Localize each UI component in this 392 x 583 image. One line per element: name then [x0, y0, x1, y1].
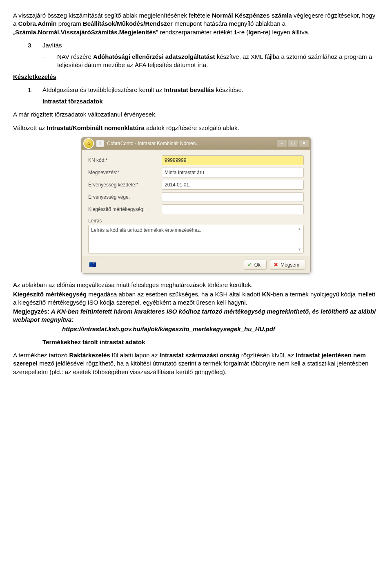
- input-kiegeszito[interactable]: [162, 204, 304, 214]
- label-kn-kod: KN kód:*: [88, 157, 162, 164]
- paragraph-changed: Változott az Intrastat/Kombinált nomenkl…: [13, 124, 379, 132]
- label-erv-kezdete: Érvényesség kezdete:*: [88, 182, 162, 188]
- maximize-button[interactable]: ▢: [288, 140, 298, 147]
- ok-button[interactable]: ✔ Ok: [244, 260, 267, 270]
- check-icon: ✔: [247, 261, 252, 269]
- heading-keszletkezeles: Készletkezelés: [13, 73, 379, 81]
- dialog-screenshot: ⌂ i CobraConto - Intrastat Kombinált Nóm…: [13, 137, 379, 274]
- input-erv-vege[interactable]: [162, 192, 304, 202]
- info-icon[interactable]: i: [96, 140, 104, 147]
- app-logo-icon: ⌂: [83, 138, 94, 149]
- input-kn-kod[interactable]: 99999999: [162, 155, 304, 165]
- cancel-button[interactable]: ✖ Mégsem: [270, 260, 305, 270]
- dialog-body: KN kód:* 99999999 Megnevezés:* Minta Int…: [82, 150, 310, 256]
- dialog-window: ⌂ i CobraConto - Intrastat Kombinált Nóm…: [81, 137, 311, 274]
- paragraph-valid: A már rögzített törzsadatok változatlanu…: [13, 110, 379, 119]
- label-leiras: Leírás: [88, 218, 304, 224]
- bullet-nav: - NAV részére Adóhatósági ellenőrzési ad…: [13, 53, 379, 70]
- paragraph-megjegyzes: Megjegyzés: A KN-ben feltüntetett három …: [13, 307, 379, 324]
- row-ervenyesseg-vege: Érvényesség vége:: [88, 192, 304, 202]
- close-button[interactable]: ✕: [299, 140, 309, 147]
- cross-icon: ✖: [274, 261, 278, 269]
- input-erv-kezdete[interactable]: 2014.01.01.: [162, 180, 304, 190]
- label-kiegeszito: Kiegészítő mértékegység:: [88, 206, 162, 213]
- row-kiegeszito: Kiegészítő mértékegység:: [88, 204, 304, 214]
- dialog-footer: 🇪🇺 ✔ Ok ✖ Mégsem: [82, 256, 310, 274]
- minimize-button[interactable]: –: [277, 140, 287, 147]
- label-megnevezes: Megnevezés:*: [88, 169, 162, 176]
- heading-intrastat-torzsadatok: Intrastat törzsadatok: [13, 97, 379, 105]
- list-item-3: 3. Javítás: [13, 41, 379, 49]
- dialog-title: CobraConto - Intrastat Kombinált Nómen..…: [107, 140, 276, 147]
- row-kn-kod: KN kód:* 99999999: [88, 155, 304, 165]
- list-item-1: 1. Átdolgozásra és továbbfejlesztésre ke…: [13, 86, 379, 94]
- dialog-titlebar: ⌂ i CobraConto - Intrastat Kombinált Nóm…: [82, 137, 310, 150]
- scroll-up-icon[interactable]: ▴: [296, 226, 302, 232]
- paragraph-1: A visszajáró összeg kiszámítását segítő …: [13, 11, 379, 36]
- label-erv-vege: Érvényesség vége:: [88, 194, 162, 200]
- paragraph-after-dialog-1: Az ablakban az előírás megváltozása miat…: [13, 281, 379, 289]
- row-megnevezes: Megnevezés:* Minta Intrastat áru: [88, 168, 304, 177]
- heading-termekekhez: Termékekhez tárolt intrastat adatok: [13, 338, 379, 346]
- paragraph-after-dialog-2: Kiegészítő mértékegység megadása abban a…: [13, 290, 379, 307]
- flag-icon: 🇪🇺: [87, 261, 98, 269]
- input-megnevezes[interactable]: Minta Intrastat áru: [162, 168, 304, 177]
- textarea-leiras[interactable]: Leírás a kód alá tartozó termékek értelm…: [88, 225, 304, 253]
- paragraph-megjegyzes-url: https://intrastat.ksh.gov.hu/fajlok/kieg…: [13, 325, 379, 333]
- row-ervenyesseg-kezdete: Érvényesség kezdete:* 2014.01.01.: [88, 180, 304, 190]
- paragraph-last: A termékhez tartozó Raktárkezelés fül al…: [13, 351, 379, 376]
- scroll-down-icon[interactable]: ▾: [296, 247, 302, 252]
